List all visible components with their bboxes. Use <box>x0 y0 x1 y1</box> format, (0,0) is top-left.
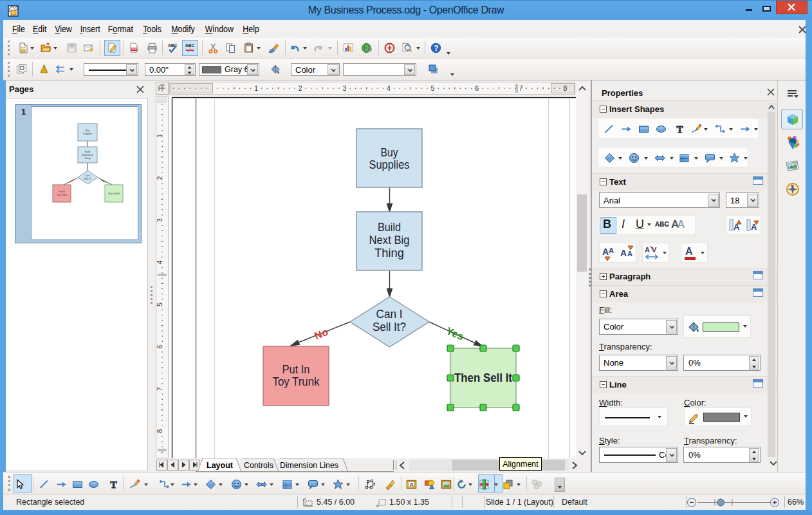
svg-text:T: T <box>676 124 683 135</box>
svg-text:Yes: Yes <box>445 325 465 342</box>
svg-text:1: 1 <box>156 134 163 138</box>
svg-text:Sell it?: Sell it? <box>84 178 91 180</box>
svg-text:A: A <box>645 246 650 254</box>
svg-text:N: N <box>791 184 793 188</box>
svg-text:7: 7 <box>519 84 523 92</box>
svg-text:Put In: Put In <box>59 191 64 193</box>
svg-text:2: 2 <box>299 84 302 92</box>
svg-text:Buy: Buy <box>86 129 89 132</box>
svg-text:A: A <box>620 248 627 258</box>
svg-text:Controls: Controls <box>244 461 273 470</box>
svg-text:A: A <box>627 250 632 258</box>
svg-text:4: 4 <box>156 260 163 264</box>
svg-text:Thing: Thing <box>374 247 404 259</box>
svg-text:5: 5 <box>431 84 435 92</box>
svg-text:Put In: Put In <box>282 363 310 376</box>
svg-text:PDF: PDF <box>131 48 137 51</box>
svg-text:ABC: ABC <box>185 43 194 48</box>
svg-text:Something: Something <box>82 154 93 156</box>
svg-text:?: ? <box>434 44 438 53</box>
svg-text:Layout: Layout <box>207 461 234 470</box>
svg-text:Build: Build <box>378 221 401 234</box>
svg-text:Can I: Can I <box>376 308 403 321</box>
svg-text:Buy: Buy <box>381 146 398 159</box>
svg-text:Can I: Can I <box>85 174 91 177</box>
svg-text:Supplies: Supplies <box>369 158 410 171</box>
svg-text:A: A <box>685 246 693 257</box>
svg-text:5: 5 <box>156 303 163 306</box>
svg-text:4: 4 <box>387 84 391 92</box>
svg-text:Then Sell It: Then Sell It <box>108 192 120 195</box>
svg-text:1: 1 <box>254 84 258 92</box>
svg-text:Next Big: Next Big <box>369 234 410 247</box>
svg-text:T: T <box>110 480 116 490</box>
svg-text:A: A <box>609 247 614 254</box>
svg-text:Toy Trunk: Toy Trunk <box>273 375 320 388</box>
svg-text:A: A <box>409 482 414 488</box>
svg-text:No: No <box>313 326 329 341</box>
svg-text:Sell It?: Sell It? <box>373 321 406 333</box>
svg-text:Supplies: Supplies <box>83 133 92 135</box>
svg-text:8: 8 <box>156 429 163 433</box>
svg-text:6: 6 <box>156 344 163 348</box>
svg-text:Thing: Thing <box>85 157 91 160</box>
svg-text:3: 3 <box>342 84 346 92</box>
svg-text:Toy Trunk: Toy Trunk <box>57 194 67 196</box>
svg-text:Dimension Lines: Dimension Lines <box>280 461 338 470</box>
svg-text:2: 2 <box>156 176 163 180</box>
svg-text:3: 3 <box>156 218 163 222</box>
svg-text:6: 6 <box>475 84 479 92</box>
svg-text:7: 7 <box>156 387 163 391</box>
svg-text:8: 8 <box>563 84 567 92</box>
svg-text:A: A <box>602 247 609 257</box>
svg-text:Build: Build <box>85 151 90 153</box>
svg-text:Then Sell It: Then Sell It <box>454 371 512 384</box>
